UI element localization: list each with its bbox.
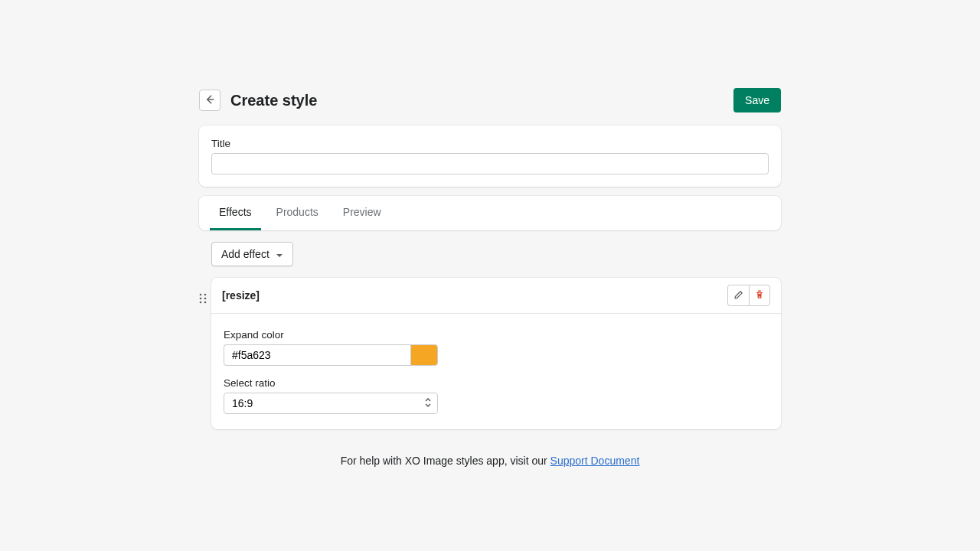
svg-point-1 bbox=[204, 294, 207, 296]
save-button[interactable]: Save bbox=[733, 88, 781, 112]
caret-down-icon bbox=[276, 248, 283, 260]
drag-handle-icon[interactable] bbox=[199, 293, 207, 306]
tab-preview[interactable]: Preview bbox=[334, 196, 390, 230]
svg-point-4 bbox=[200, 302, 202, 304]
trash-icon bbox=[754, 289, 765, 302]
effect-title: [resize] bbox=[222, 289, 260, 302]
title-input[interactable] bbox=[211, 153, 769, 174]
title-label: Title bbox=[211, 138, 769, 149]
arrow-left-icon bbox=[204, 93, 216, 108]
add-effect-button[interactable]: Add effect bbox=[211, 242, 293, 266]
svg-point-5 bbox=[204, 302, 207, 304]
expand-color-input[interactable] bbox=[224, 344, 410, 366]
page-title: Create style bbox=[230, 92, 317, 109]
back-button[interactable] bbox=[199, 90, 220, 111]
select-ratio-label: Select ratio bbox=[224, 377, 438, 389]
support-document-link[interactable]: Support Document bbox=[550, 455, 640, 467]
tabs-card: Effects Products Preview bbox=[199, 196, 781, 230]
delete-effect-button[interactable] bbox=[749, 285, 770, 306]
add-effect-label: Add effect bbox=[221, 248, 270, 260]
edit-effect-button[interactable] bbox=[727, 285, 749, 306]
color-swatch[interactable] bbox=[410, 344, 438, 366]
svg-point-3 bbox=[204, 298, 207, 300]
footer-prefix: For help with XO Image styles app, visit… bbox=[341, 455, 550, 467]
footer-help-text: For help with XO Image styles app, visit… bbox=[199, 455, 781, 467]
tab-products[interactable]: Products bbox=[267, 196, 328, 230]
title-card: Title bbox=[199, 126, 781, 187]
svg-point-0 bbox=[200, 294, 202, 296]
tab-effects[interactable]: Effects bbox=[210, 196, 261, 230]
pencil-icon bbox=[733, 289, 744, 302]
svg-point-2 bbox=[200, 298, 202, 300]
ratio-select[interactable]: 16:9 bbox=[224, 393, 438, 414]
expand-color-label: Expand color bbox=[224, 329, 438, 341]
effect-card: [resize] Expand color bbox=[211, 278, 781, 429]
